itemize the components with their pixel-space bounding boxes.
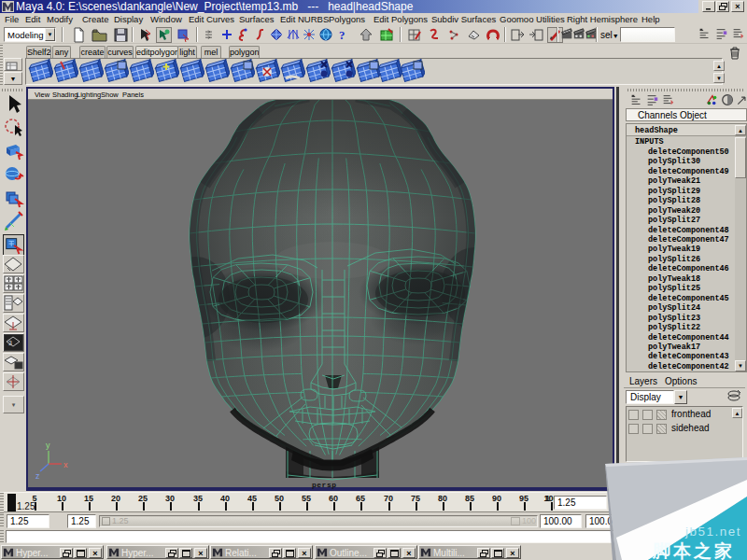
svg-text:x: x <box>63 460 68 469</box>
svg-text:3: 3 <box>8 340 12 346</box>
svg-text:?: ? <box>339 28 345 42</box>
svg-text:y: y <box>46 441 50 450</box>
svg-text:z: z <box>35 471 40 481</box>
